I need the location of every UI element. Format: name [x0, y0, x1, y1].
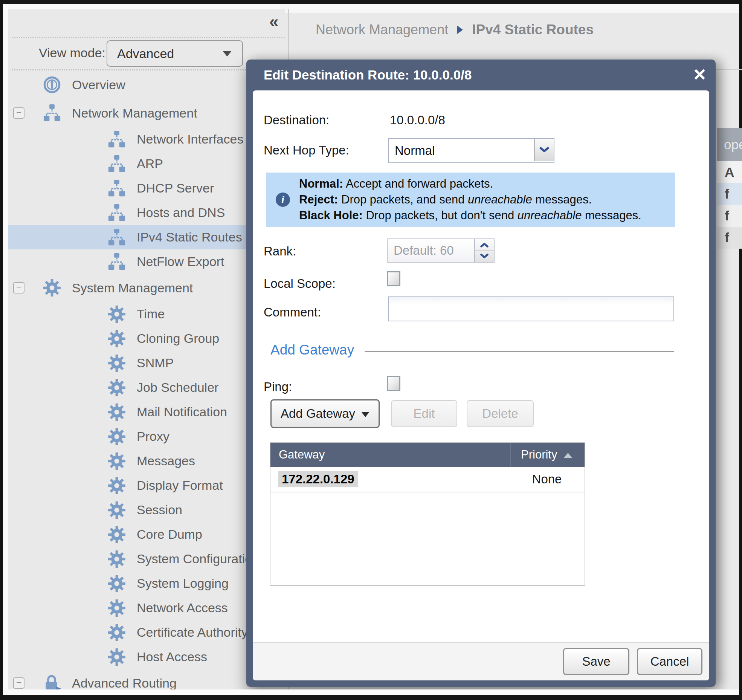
sidebar-item-label: Display Format — [137, 478, 223, 493]
next-hop-type-label: Next Hop Type: — [264, 143, 349, 157]
gear-icon — [107, 623, 126, 642]
gear-icon — [107, 574, 126, 593]
info-line: Black Hole: Drop packets, but don't send… — [299, 208, 641, 223]
background-column-header: ope — [717, 128, 742, 161]
save-button[interactable]: Save — [563, 648, 629, 675]
network-icon — [107, 252, 126, 271]
rank-label: Rank: — [264, 244, 296, 258]
sidebar-item-label: Network Interfaces — [137, 132, 243, 147]
gauge-icon — [43, 75, 61, 94]
sidebar-item-dhcp-server[interactable]: − DHCP Server — [8, 176, 285, 200]
sidebar-item-label: Core Dump — [137, 527, 202, 542]
view-mode-select[interactable]: Advanced — [107, 40, 243, 67]
sidebar-item-system-configuration[interactable]: − System Configuration — [8, 547, 285, 571]
ping-checkbox[interactable] — [387, 376, 400, 391]
sidebar-item-snmp[interactable]: − SNMP — [8, 351, 285, 375]
sidebar-item-label: Overview — [72, 78, 125, 92]
sidebar-item-overview[interactable]: − Overview — [8, 70, 285, 99]
sidebar-item-display-format[interactable]: − Display Format — [8, 473, 285, 498]
dialog-footer: Save Cancel — [253, 642, 709, 680]
delete-button[interactable]: Delete — [467, 400, 534, 427]
sidebar-item-job-scheduler[interactable]: − Job Scheduler — [8, 375, 285, 400]
background-table-fragment: ope A f f f — [717, 128, 742, 249]
comment-input[interactable] — [388, 297, 674, 321]
gear-icon — [107, 550, 126, 569]
sidebar-item-label: SNMP — [137, 356, 174, 370]
gateway-table-row[interactable]: 172.22.0.129 None — [270, 467, 585, 492]
sidebar-item-ipv4-static-routes[interactable]: − IPv4 Static Routes — [8, 225, 285, 249]
collapse-box-icon[interactable]: − — [13, 107, 24, 119]
sidebar-item-network-access[interactable]: − Network Access — [8, 596, 285, 620]
spinner-down-button[interactable] — [475, 251, 494, 262]
sidebar: View mode: Advanced − Overview − Network… — [8, 9, 285, 695]
sidebar-item-time[interactable]: − Time — [8, 302, 285, 326]
sidebar-item-cloning-group[interactable]: − Cloning Group — [8, 326, 285, 351]
sidebar-item-arp[interactable]: − ARP — [8, 151, 285, 176]
edit-destination-route-dialog: Edit Destination Route: 10.0.0.0/8 × Des… — [246, 60, 716, 687]
sidebar-item-network-interfaces[interactable]: − Network Interfaces — [8, 127, 285, 151]
sidebar-item-label: Messages — [137, 454, 195, 468]
gear-icon — [107, 354, 126, 373]
collapse-box-icon[interactable]: − — [13, 677, 24, 689]
left-edge-strip — [3, 4, 8, 695]
edit-button[interactable]: Edit — [391, 400, 457, 427]
add-gateway-button[interactable]: Add Gateway — [270, 399, 380, 428]
column-header-gateway[interactable]: Gateway — [270, 443, 510, 467]
sidebar-item-proxy[interactable]: − Proxy — [8, 424, 285, 449]
sidebar-item-netflow-export[interactable]: − NetFlow Export — [8, 249, 285, 274]
close-icon[interactable]: × — [693, 62, 706, 86]
breadcrumb-parent[interactable]: Network Management — [316, 22, 448, 38]
sidebar-item-mail-notification[interactable]: − Mail Notification — [8, 400, 285, 424]
sidebar-item-label: Hosts and DNS — [137, 205, 225, 220]
info-line: Normal: Accept and forward packets. — [299, 176, 641, 192]
column-header-priority[interactable]: Priority — [510, 443, 585, 467]
sidebar-item-core-dump[interactable]: − Core Dump — [8, 522, 285, 547]
background-row: f — [717, 205, 742, 227]
gear-icon — [107, 378, 126, 397]
sidebar-item-label: IPv4 Static Routes — [137, 230, 242, 245]
cancel-button[interactable]: Cancel — [637, 648, 702, 675]
gear-icon — [107, 525, 126, 544]
gear-icon — [107, 329, 126, 348]
sidebar-item-label: Cloning Group — [137, 331, 219, 346]
sidebar-item-label: ARP — [137, 156, 163, 171]
local-scope-checkbox[interactable] — [387, 271, 400, 286]
sidebar-item-label: Advanced Routing — [72, 676, 177, 691]
network-icon — [107, 154, 126, 173]
collapse-sidebar-icon[interactable]: « — [269, 12, 278, 31]
sidebar-item-host-access[interactable]: − Host Access — [8, 645, 285, 669]
background-row: f — [717, 183, 742, 205]
sidebar-item-certificate-authority[interactable]: − Certificate Authority — [8, 620, 285, 645]
sidebar-item-network-management[interactable]: − Network Management — [8, 99, 285, 127]
destination-value: 10.0.0.0/8 — [390, 113, 445, 127]
sidebar-item-session[interactable]: − Session — [8, 498, 285, 522]
destination-label: Destination: — [264, 113, 329, 127]
chevron-down-icon[interactable] — [534, 139, 554, 161]
sort-ascending-icon — [564, 453, 572, 458]
sidebar-item-label: Job Scheduler — [137, 380, 218, 395]
dialog-body: Destination: 10.0.0.0/8 Next Hop Type: N… — [253, 90, 709, 680]
network-icon — [107, 179, 126, 198]
sidebar-item-hosts-and-dns[interactable]: − Hosts and DNS — [8, 200, 285, 225]
gear-icon — [107, 501, 126, 520]
view-mode-label: View mode: — [39, 46, 105, 60]
rank-spinner — [475, 238, 495, 263]
comment-label: Comment: — [264, 305, 321, 319]
sidebar-item-system-logging[interactable]: − System Logging — [8, 571, 285, 596]
collapse-box-icon[interactable]: − — [13, 282, 24, 293]
breadcrumb-current: IPv4 Static Routes — [472, 22, 594, 38]
bottom-strip — [3, 689, 739, 695]
spinner-up-button[interactable] — [475, 239, 494, 251]
sidebar-item-label: Network Management — [72, 106, 197, 121]
info-icon: i — [276, 193, 290, 207]
sidebar-item-system-management[interactable]: − System Management — [8, 274, 285, 302]
sidebar-item-messages[interactable]: − Messages — [8, 449, 285, 473]
next-hop-type-select[interactable]: Normal — [388, 138, 554, 163]
next-hop-info-box: i Normal: Accept and forward packets. Re… — [266, 173, 675, 227]
add-gateway-section-title: Add Gateway — [270, 342, 354, 358]
add-gateway-section-header: Add Gateway — [270, 342, 674, 358]
sidebar-item-label: Proxy — [137, 429, 169, 444]
rank-input[interactable]: Default: 60 — [387, 238, 475, 263]
local-scope-label: Local Scope: — [264, 277, 336, 291]
rank-placeholder: Default: 60 — [394, 243, 454, 258]
